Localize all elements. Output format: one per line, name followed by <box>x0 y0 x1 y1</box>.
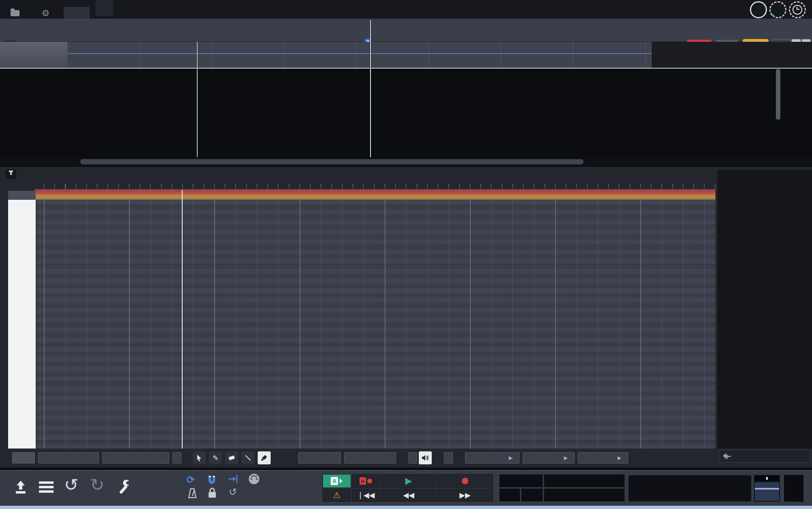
background-audio-clip-button[interactable] <box>719 450 810 463</box>
transport-buttons: A A ▶ ⚠ ❘◀◀ ◀◀ ▶▶ <box>323 474 493 503</box>
auto-record-button[interactable]: A <box>352 474 380 488</box>
zoom-button[interactable] <box>444 452 453 464</box>
bpm-display[interactable] <box>499 474 543 487</box>
pointer-tool-button[interactable] <box>193 451 206 464</box>
chevron-right-icon: ▶ <box>564 455 568 461</box>
midi-editor-panel: ✎ ▶ ▶ <box>0 167 812 468</box>
punch-icon <box>228 474 239 484</box>
groove-button[interactable]: ▶ <box>578 452 628 464</box>
velocity-button[interactable] <box>38 452 99 464</box>
tempo-right-spacer <box>652 42 812 68</box>
snap-toggle-button[interactable] <box>207 475 217 485</box>
step-entry-button[interactable] <box>408 452 417 464</box>
counter-gauge[interactable] <box>769 1 786 18</box>
master-fader-track <box>755 476 779 481</box>
add-lane-button[interactable] <box>172 452 181 464</box>
tempo-curve-area[interactable] <box>67 42 652 68</box>
return-to-zero-button[interactable]: ❘◀◀ <box>352 489 380 502</box>
tracks-vertical-scrollbar[interactable] <box>776 69 780 120</box>
auto-record-icon: A <box>360 477 373 485</box>
velocity-value-button[interactable] <box>298 452 341 464</box>
edit-cursor-line <box>197 42 198 157</box>
midi-din-icon <box>248 473 260 485</box>
timeline-header: ▭ ▣ ▥ <box>0 19 812 42</box>
time-signature-display[interactable] <box>499 488 520 502</box>
playhead-line <box>370 20 371 157</box>
auto-play-button[interactable]: A <box>323 474 351 488</box>
note-grid[interactable] <box>34 200 715 449</box>
time-display[interactable] <box>544 488 625 502</box>
undo-button[interactable]: ↺ <box>64 475 78 495</box>
key-display[interactable] <box>521 488 543 502</box>
editor-toolbar: ✎ ▶ ▶ <box>0 450 717 466</box>
speaker-icon <box>422 455 429 461</box>
fast-forward-button[interactable]: ▶▶ <box>437 489 493 502</box>
export-button[interactable] <box>14 480 28 495</box>
warning-button[interactable]: ⚠ <box>323 489 351 502</box>
controllers-button[interactable] <box>102 452 169 464</box>
redo-button[interactable]: ↻ <box>90 475 104 495</box>
audition-button[interactable] <box>419 451 432 464</box>
transport-bar: ↺ ↻ ⟳ ↺ <box>0 470 812 507</box>
timeline-horizontal-scrollbar[interactable] <box>0 158 812 166</box>
keyboard-scroll-up-button[interactable] <box>8 191 36 199</box>
tempo-time-panel <box>499 474 625 503</box>
keyboard-scroll-down-button[interactable] <box>12 452 35 464</box>
menu-button[interactable] <box>39 481 54 494</box>
scrollbar-thumb[interactable] <box>80 159 584 164</box>
eraser-icon <box>228 455 235 461</box>
line-icon <box>245 455 251 461</box>
redo-icon: ↻ <box>90 475 104 494</box>
tempo-label-region[interactable] <box>0 42 68 68</box>
loop-toggle-button[interactable]: ⟳ <box>187 474 195 485</box>
tempo-track[interactable] <box>0 42 812 68</box>
quantise-button[interactable]: ▶ <box>523 452 575 464</box>
metronome-button[interactable] <box>187 488 197 498</box>
record-button[interactable] <box>437 474 493 488</box>
auto-play-icon: A <box>331 477 343 485</box>
clip-overlap-strip[interactable] <box>34 189 715 201</box>
midi-device-button[interactable] <box>248 473 260 485</box>
return-to-start-button[interactable]: ↺ <box>229 486 237 498</box>
editor-ruler-ticks <box>44 184 715 189</box>
lock-automation-button[interactable] <box>208 487 217 498</box>
magnet-icon <box>207 475 217 485</box>
clock-icon <box>793 5 802 15</box>
record-icon <box>462 478 468 484</box>
pencil-tool-button[interactable]: ✎ <box>209 451 222 464</box>
piano-keyboard[interactable] <box>8 200 36 449</box>
cpu-gauge[interactable] <box>750 1 767 18</box>
rewind-button[interactable]: ◀◀ <box>381 489 436 502</box>
cursor-icon <box>196 454 202 462</box>
hamburger-icon <box>39 481 54 494</box>
skip-start-icon: ❘◀◀ <box>358 491 375 500</box>
bottom-accent-bar <box>0 506 812 509</box>
undo-icon: ↺ <box>64 475 78 494</box>
master-plugin-dropzone[interactable] <box>628 475 752 502</box>
bar-beat-display[interactable] <box>544 474 625 487</box>
tab-bar: ⚙ <box>0 0 812 19</box>
chevron-right-icon: ▶ <box>509 455 513 461</box>
settings-wrench-button[interactable] <box>117 478 131 494</box>
clip-list-panel <box>717 170 812 449</box>
play-button[interactable]: ▶ <box>381 474 436 488</box>
brush-icon <box>261 455 267 461</box>
return-icon: ↺ <box>229 486 237 497</box>
clock-gauge[interactable] <box>789 1 806 18</box>
transpose-button[interactable]: ▶ <box>465 452 519 464</box>
folder-icon <box>11 10 19 16</box>
fast-forward-icon: ▶▶ <box>459 491 471 500</box>
line-tool-button[interactable] <box>241 451 254 464</box>
new-tab-button[interactable] <box>95 0 113 16</box>
warning-icon: ⚠ <box>333 490 341 500</box>
note-length-button[interactable] <box>344 452 396 464</box>
tempo-curve-line[interactable] <box>67 53 652 54</box>
lock-icon <box>208 487 217 498</box>
loop-icon: ⟳ <box>187 474 195 485</box>
pencil-icon: ✎ <box>213 454 218 462</box>
eraser-tool-button[interactable] <box>225 451 238 464</box>
punch-toggle-button[interactable] <box>228 474 239 484</box>
brush-tool-button[interactable] <box>258 451 271 464</box>
master-fader-handle[interactable] <box>755 482 779 501</box>
master-volume-fader[interactable] <box>754 475 780 502</box>
